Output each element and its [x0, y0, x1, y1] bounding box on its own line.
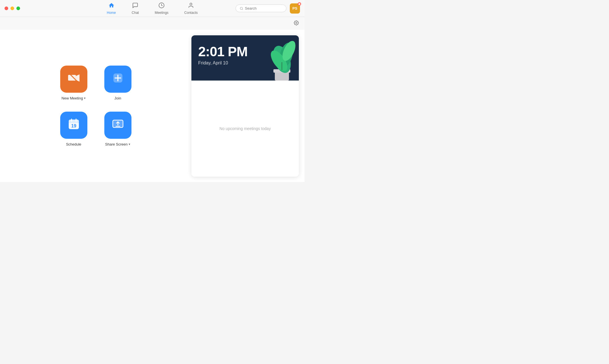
meetings-icon [159, 2, 165, 10]
share-screen-label-row: Share Screen ▾ [105, 142, 131, 146]
share-screen-label: Share Screen [105, 142, 128, 146]
svg-point-1 [190, 3, 192, 5]
date-display: Friday, April 10 [198, 60, 292, 66]
calendar-widget: 2:01 PM Friday, April 10 No upcoming mee… [191, 35, 299, 177]
svg-point-2 [240, 7, 243, 9]
schedule-label-row: Schedule [66, 142, 81, 146]
nav-item-contacts[interactable]: Contacts [182, 1, 200, 16]
settings-row [0, 17, 304, 30]
svg-text:19: 19 [71, 123, 76, 128]
schedule-label: Schedule [66, 142, 81, 146]
title-bar: Home Chat Meetings [0, 0, 304, 17]
nav-item-home[interactable]: Home [105, 1, 118, 16]
actions-grid: New Meeting ▾ Join [60, 66, 131, 146]
close-button[interactable] [5, 6, 8, 10]
share-screen-button[interactable] [104, 112, 131, 139]
avatar-badge [298, 2, 301, 6]
svg-point-8 [296, 22, 297, 24]
share-screen-icon [112, 118, 124, 133]
main-nav: Home Chat Meetings [105, 1, 200, 16]
nav-right: PS [236, 3, 300, 14]
join-label-row: Join [115, 96, 121, 100]
maximize-button[interactable] [16, 6, 20, 10]
new-meeting-button[interactable] [60, 66, 87, 93]
nav-meetings-label: Meetings [155, 11, 169, 15]
share-screen-chevron: ▾ [129, 142, 130, 146]
new-meeting-action: New Meeting ▾ [60, 66, 87, 100]
search-box[interactable] [236, 5, 286, 12]
avatar-button[interactable]: PS [290, 3, 300, 14]
schedule-button[interactable]: 19 [60, 112, 87, 139]
main-content: New Meeting ▾ Join [0, 30, 304, 182]
svg-rect-17 [69, 120, 79, 123]
schedule-action: 19 Schedule [60, 112, 87, 146]
share-screen-action: Share Screen ▾ [104, 112, 131, 146]
settings-icon [294, 20, 299, 25]
calendar-icon-elem: 19 [68, 118, 80, 133]
minimize-button[interactable] [10, 6, 14, 10]
join-action: Join [104, 66, 131, 100]
join-label: Join [115, 96, 121, 100]
left-panel: New Meeting ▾ Join [0, 30, 191, 182]
calendar-header: 2:01 PM Friday, April 10 [191, 35, 299, 81]
avatar-initials: PS [292, 6, 297, 10]
search-icon [240, 6, 243, 10]
window-controls [5, 6, 20, 10]
home-icon [108, 2, 115, 10]
svg-line-3 [242, 9, 243, 10]
svg-rect-4 [299, 3, 300, 5]
calendar-body: No upcoming meetings today [191, 81, 299, 177]
chat-icon [132, 2, 138, 10]
settings-button[interactable] [294, 20, 299, 26]
new-meeting-label-row: New Meeting ▾ [62, 96, 86, 100]
search-input[interactable] [245, 6, 282, 10]
time-display: 2:01 PM [198, 44, 292, 59]
nav-item-meetings[interactable]: Meetings [152, 1, 171, 16]
nav-chat-label: Chat [132, 11, 139, 15]
camera-off-icon [68, 72, 80, 87]
plus-icon [112, 72, 124, 86]
contacts-icon [188, 2, 194, 10]
new-meeting-label: New Meeting [62, 96, 83, 100]
new-meeting-chevron: ▾ [84, 96, 86, 100]
nav-contacts-label: Contacts [184, 11, 198, 15]
no-meetings-text: No upcoming meetings today [219, 126, 271, 131]
join-button[interactable] [104, 66, 131, 93]
nav-home-label: Home [107, 11, 116, 15]
nav-item-chat[interactable]: Chat [129, 1, 141, 16]
